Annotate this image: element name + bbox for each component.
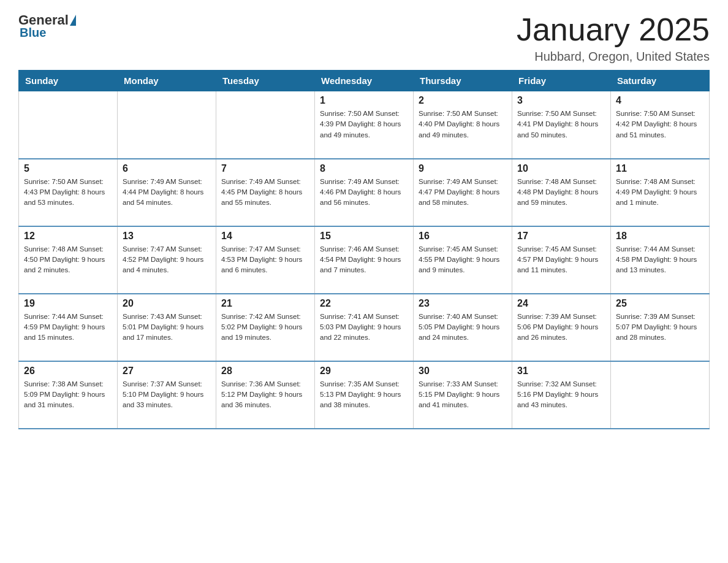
day-info: Sunrise: 7:38 AM Sunset: 5:09 PM Dayligh… <box>24 379 112 411</box>
calendar-cell: 16Sunrise: 7:45 AM Sunset: 4:55 PM Dayli… <box>414 226 512 294</box>
calendar-cell: 8Sunrise: 7:49 AM Sunset: 4:46 PM Daylig… <box>315 159 414 226</box>
day-info: Sunrise: 7:36 AM Sunset: 5:12 PM Dayligh… <box>221 379 309 411</box>
day-info: Sunrise: 7:44 AM Sunset: 4:58 PM Dayligh… <box>616 244 704 276</box>
day-number: 15 <box>320 231 408 242</box>
calendar-cell: 14Sunrise: 7:47 AM Sunset: 4:53 PM Dayli… <box>216 226 315 294</box>
day-info: Sunrise: 7:48 AM Sunset: 4:50 PM Dayligh… <box>24 244 112 276</box>
calendar-cell: 23Sunrise: 7:40 AM Sunset: 5:05 PM Dayli… <box>414 294 512 361</box>
title-block: January 2025 Hubbard, Oregon, United Sta… <box>517 12 710 64</box>
day-info: Sunrise: 7:44 AM Sunset: 4:59 PM Dayligh… <box>24 312 112 343</box>
calendar-cell: 17Sunrise: 7:45 AM Sunset: 4:57 PM Dayli… <box>512 226 611 294</box>
calendar-week-row: 12Sunrise: 7:48 AM Sunset: 4:50 PM Dayli… <box>19 226 710 294</box>
day-info: Sunrise: 7:49 AM Sunset: 4:47 PM Dayligh… <box>419 177 507 209</box>
day-number: 11 <box>616 163 704 174</box>
day-number: 12 <box>24 231 112 242</box>
day-info: Sunrise: 7:45 AM Sunset: 4:55 PM Dayligh… <box>419 244 507 276</box>
day-number: 19 <box>24 298 112 309</box>
calendar-cell <box>118 91 216 159</box>
day-number: 27 <box>123 366 211 377</box>
calendar-cell: 7Sunrise: 7:49 AM Sunset: 4:45 PM Daylig… <box>216 159 315 226</box>
calendar-cell <box>611 361 710 429</box>
day-number: 5 <box>24 163 112 174</box>
calendar-cell: 3Sunrise: 7:50 AM Sunset: 4:41 PM Daylig… <box>512 91 611 159</box>
calendar-cell: 31Sunrise: 7:32 AM Sunset: 5:16 PM Dayli… <box>512 361 611 429</box>
logo-blue-text: Blue <box>20 26 46 40</box>
calendar-cell: 2Sunrise: 7:50 AM Sunset: 4:40 PM Daylig… <box>414 91 512 159</box>
calendar-cell: 22Sunrise: 7:41 AM Sunset: 5:03 PM Dayli… <box>315 294 414 361</box>
day-number: 7 <box>221 163 309 174</box>
calendar-cell: 5Sunrise: 7:50 AM Sunset: 4:43 PM Daylig… <box>19 159 118 226</box>
calendar-cell: 9Sunrise: 7:49 AM Sunset: 4:47 PM Daylig… <box>414 159 512 226</box>
page-header: General Blue January 2025 Hubbard, Orego… <box>18 12 710 64</box>
calendar-cell: 19Sunrise: 7:44 AM Sunset: 4:59 PM Dayli… <box>19 294 118 361</box>
calendar-cell: 20Sunrise: 7:43 AM Sunset: 5:01 PM Dayli… <box>118 294 216 361</box>
calendar-cell: 29Sunrise: 7:35 AM Sunset: 5:13 PM Dayli… <box>315 361 414 429</box>
calendar-cell: 4Sunrise: 7:50 AM Sunset: 4:42 PM Daylig… <box>611 91 710 159</box>
calendar-week-row: 1Sunrise: 7:50 AM Sunset: 4:39 PM Daylig… <box>19 91 710 159</box>
day-info: Sunrise: 7:50 AM Sunset: 4:41 PM Dayligh… <box>517 109 605 140</box>
calendar-cell: 11Sunrise: 7:48 AM Sunset: 4:49 PM Dayli… <box>611 159 710 226</box>
day-info: Sunrise: 7:47 AM Sunset: 4:52 PM Dayligh… <box>123 244 211 276</box>
day-number: 23 <box>419 298 507 309</box>
calendar-week-row: 19Sunrise: 7:44 AM Sunset: 4:59 PM Dayli… <box>19 294 710 361</box>
day-info: Sunrise: 7:49 AM Sunset: 4:46 PM Dayligh… <box>320 177 408 209</box>
day-number: 13 <box>123 231 211 242</box>
calendar-table: SundayMondayTuesdayWednesdayThursdayFrid… <box>18 70 710 429</box>
day-info: Sunrise: 7:37 AM Sunset: 5:10 PM Dayligh… <box>123 379 211 411</box>
day-number: 4 <box>616 95 704 106</box>
day-number: 26 <box>24 366 112 377</box>
calendar-cell: 12Sunrise: 7:48 AM Sunset: 4:50 PM Dayli… <box>19 226 118 294</box>
day-info: Sunrise: 7:42 AM Sunset: 5:02 PM Dayligh… <box>221 312 309 343</box>
day-of-week-header: Saturday <box>611 71 710 91</box>
calendar-cell: 13Sunrise: 7:47 AM Sunset: 4:52 PM Dayli… <box>118 226 216 294</box>
day-info: Sunrise: 7:47 AM Sunset: 4:53 PM Dayligh… <box>221 244 309 276</box>
day-info: Sunrise: 7:45 AM Sunset: 4:57 PM Dayligh… <box>517 244 605 276</box>
day-info: Sunrise: 7:48 AM Sunset: 4:49 PM Dayligh… <box>616 177 704 209</box>
day-number: 8 <box>320 163 408 174</box>
calendar-cell: 10Sunrise: 7:48 AM Sunset: 4:48 PM Dayli… <box>512 159 611 226</box>
day-number: 1 <box>320 95 408 106</box>
day-info: Sunrise: 7:32 AM Sunset: 5:16 PM Dayligh… <box>517 379 605 411</box>
day-info: Sunrise: 7:50 AM Sunset: 4:39 PM Dayligh… <box>320 109 408 140</box>
day-info: Sunrise: 7:50 AM Sunset: 4:43 PM Dayligh… <box>24 177 112 209</box>
day-info: Sunrise: 7:49 AM Sunset: 4:44 PM Dayligh… <box>123 177 211 209</box>
day-of-week-header: Friday <box>512 71 611 91</box>
day-number: 2 <box>419 95 507 106</box>
calendar-cell: 24Sunrise: 7:39 AM Sunset: 5:06 PM Dayli… <box>512 294 611 361</box>
day-info: Sunrise: 7:50 AM Sunset: 4:42 PM Dayligh… <box>616 109 704 140</box>
day-of-week-header: Wednesday <box>315 71 414 91</box>
day-number: 10 <box>517 163 605 174</box>
day-number: 24 <box>517 298 605 309</box>
calendar-cell: 27Sunrise: 7:37 AM Sunset: 5:10 PM Dayli… <box>118 361 216 429</box>
calendar-cell: 21Sunrise: 7:42 AM Sunset: 5:02 PM Dayli… <box>216 294 315 361</box>
calendar-cell: 1Sunrise: 7:50 AM Sunset: 4:39 PM Daylig… <box>315 91 414 159</box>
day-number: 25 <box>616 298 704 309</box>
calendar-cell: 15Sunrise: 7:46 AM Sunset: 4:54 PM Dayli… <box>315 226 414 294</box>
day-info: Sunrise: 7:49 AM Sunset: 4:45 PM Dayligh… <box>221 177 309 209</box>
calendar-cell: 30Sunrise: 7:33 AM Sunset: 5:15 PM Dayli… <box>414 361 512 429</box>
day-info: Sunrise: 7:35 AM Sunset: 5:13 PM Dayligh… <box>320 379 408 411</box>
day-info: Sunrise: 7:33 AM Sunset: 5:15 PM Dayligh… <box>419 379 507 411</box>
day-number: 16 <box>419 231 507 242</box>
day-info: Sunrise: 7:50 AM Sunset: 4:40 PM Dayligh… <box>419 109 507 140</box>
day-number: 17 <box>517 231 605 242</box>
day-number: 9 <box>419 163 507 174</box>
calendar-week-row: 26Sunrise: 7:38 AM Sunset: 5:09 PM Dayli… <box>19 361 710 429</box>
day-info: Sunrise: 7:40 AM Sunset: 5:05 PM Dayligh… <box>419 312 507 343</box>
day-number: 28 <box>221 366 309 377</box>
day-info: Sunrise: 7:46 AM Sunset: 4:54 PM Dayligh… <box>320 244 408 276</box>
day-number: 14 <box>221 231 309 242</box>
calendar-header-row: SundayMondayTuesdayWednesdayThursdayFrid… <box>19 71 710 91</box>
calendar-cell: 28Sunrise: 7:36 AM Sunset: 5:12 PM Dayli… <box>216 361 315 429</box>
calendar-cell <box>216 91 315 159</box>
day-of-week-header: Sunday <box>19 71 118 91</box>
calendar-cell: 25Sunrise: 7:39 AM Sunset: 5:07 PM Dayli… <box>611 294 710 361</box>
day-number: 22 <box>320 298 408 309</box>
day-number: 31 <box>517 366 605 377</box>
calendar-location: Hubbard, Oregon, United States <box>517 50 710 64</box>
calendar-cell: 18Sunrise: 7:44 AM Sunset: 4:58 PM Dayli… <box>611 226 710 294</box>
day-of-week-header: Monday <box>118 71 216 91</box>
day-info: Sunrise: 7:39 AM Sunset: 5:07 PM Dayligh… <box>616 312 704 343</box>
logo-triangle-icon <box>70 15 76 26</box>
day-number: 21 <box>221 298 309 309</box>
